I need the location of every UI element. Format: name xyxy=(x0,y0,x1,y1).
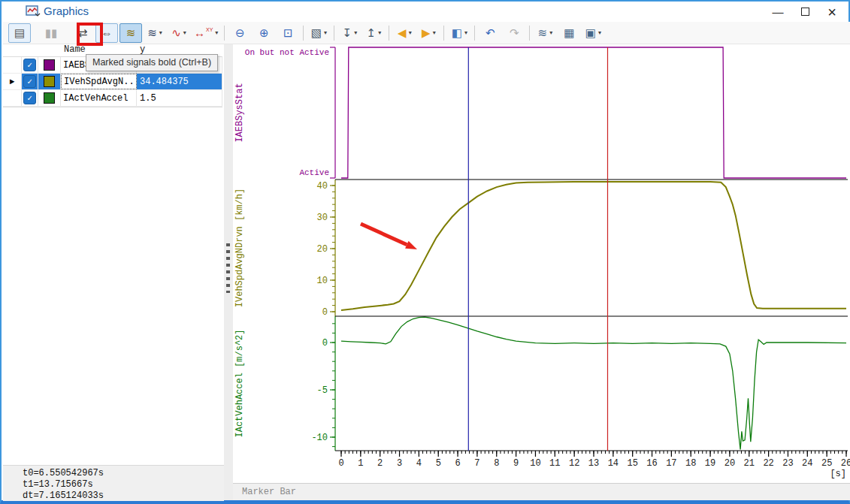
title-bar: Graphics — × xyxy=(2,2,848,22)
panel-layout-icon: ◧ xyxy=(452,27,462,38)
fit-horizontal-icon: ⇄ xyxy=(78,27,88,38)
marker-info-box: t0=6.550542967s t1=13.715667s dt=7.16512… xyxy=(3,465,224,501)
stacked-signals-button[interactable]: ≋▾ xyxy=(534,23,556,43)
svg-text:20: 20 xyxy=(317,244,328,255)
maximize-icon xyxy=(801,8,809,16)
chevron-down-icon: ▾ xyxy=(598,29,601,36)
export-graphics-button[interactable]: ▦ xyxy=(558,23,580,43)
fit-markers-icon: ⇔ xyxy=(101,27,113,38)
signal-curve-IAEBSysStat xyxy=(341,47,846,178)
row-selector-gutter[interactable] xyxy=(3,57,22,73)
snap-cursor-down-button[interactable]: ↧▾ xyxy=(338,23,361,43)
scale-axes-xy-button[interactable]: ↔XY▾ xyxy=(192,23,220,43)
svg-text:IActVehAccel [m/s^2]: IActVehAccel [m/s^2] xyxy=(234,329,245,437)
chevron-down-icon: ▾ xyxy=(183,29,186,36)
zoom-out-icon: ⊖ xyxy=(235,27,245,38)
signal-visibility-cell: ✓ xyxy=(22,74,38,89)
chart-canvas[interactable]: On but not ActiveActiveIAEBSysStat010203… xyxy=(233,45,850,482)
chart-panel-IAEBSysStat: On but not ActiveActiveIAEBSysStat xyxy=(234,47,846,178)
undo-button[interactable]: ↶ xyxy=(479,23,501,43)
chart-area: On but not ActiveActiveIAEBSysStat010203… xyxy=(233,44,850,500)
close-icon: × xyxy=(827,8,836,16)
next-marker-button[interactable]: ▶▾ xyxy=(417,23,440,43)
zoom-region-button[interactable]: ⊡ xyxy=(277,23,299,43)
wave-down-arrow-icon: ↧ xyxy=(343,27,352,38)
row-selector-gutter[interactable]: ► xyxy=(3,74,22,89)
layout-panels-button[interactable]: ◧▾ xyxy=(448,23,470,43)
signal-y-value-cell[interactable]: 1.5 xyxy=(137,90,222,106)
signal-y-value-cell[interactable]: 34.484375 xyxy=(137,74,222,89)
maximize-button[interactable] xyxy=(791,2,818,22)
xy-arrows-icon-label: XY xyxy=(206,27,213,32)
svg-text:19: 19 xyxy=(705,458,715,469)
checkmark-icon: ✓ xyxy=(27,60,32,70)
signal-list-icon: ▤ xyxy=(14,27,25,38)
chart-panel-IVehSpdAvgNDrvn: 010203040IVehSpdAvgNDrvn [km/h] xyxy=(234,180,846,318)
toolbar-separator xyxy=(389,26,389,41)
zoom-region-icon: ⊡ xyxy=(283,27,293,38)
show-signal-list-button[interactable]: ▤ xyxy=(8,23,31,43)
chevron-down-icon: ▾ xyxy=(324,29,327,36)
zoom-in-button[interactable]: ⊕ xyxy=(253,23,275,43)
svg-text:-5: -5 xyxy=(317,385,328,396)
svg-text:8: 8 xyxy=(494,458,499,469)
signal-name-cell[interactable]: IActVehAccel xyxy=(61,90,137,106)
toolbar-separator xyxy=(443,26,444,41)
toolbar-separator xyxy=(303,26,304,41)
signal-curve-IVehSpdAvgNDrvn xyxy=(341,182,846,310)
svg-text:21: 21 xyxy=(744,458,755,469)
svg-text:6: 6 xyxy=(455,458,460,469)
marker-bar[interactable]: Marker Bar xyxy=(233,483,850,500)
row-selector-gutter[interactable] xyxy=(3,90,22,106)
zoom-out-button[interactable]: ⊖ xyxy=(228,23,251,43)
signal-color-cell xyxy=(38,57,61,73)
chevron-down-icon: ▾ xyxy=(378,29,381,36)
arrow-left-icon: ◀ xyxy=(398,27,407,38)
svg-text:4: 4 xyxy=(416,458,422,469)
window-title: Graphics xyxy=(44,5,89,17)
svg-text:3: 3 xyxy=(397,458,402,469)
signal-name-cell[interactable]: IVehSpdAvgN... xyxy=(61,74,137,89)
undo-icon: ↶ xyxy=(485,27,495,38)
signal-visible-checkbox[interactable]: ✓ xyxy=(23,92,36,104)
xy-arrows-icon: ↔ xyxy=(194,27,205,38)
svg-text:17: 17 xyxy=(666,458,676,469)
svg-text:18: 18 xyxy=(685,458,696,469)
svg-text:40: 40 xyxy=(317,181,328,192)
table-row[interactable]: ►✓IVehSpdAvgN...34.484375 xyxy=(3,74,222,90)
fit-x-markers-button[interactable]: ⇔ xyxy=(95,23,118,43)
signal-visible-checkbox[interactable]: ✓ xyxy=(23,59,36,71)
marked-signals-bold-button[interactable]: ≋ xyxy=(119,23,142,43)
svg-text:On but not Active: On but not Active xyxy=(245,48,329,57)
sine-wave-icon: ∿ xyxy=(171,27,181,38)
previous-marker-button[interactable]: ◀▾ xyxy=(393,23,416,43)
panel-splitter[interactable] xyxy=(224,44,233,500)
display-mode-button[interactable]: ≋▾ xyxy=(144,23,166,43)
curve-style-button[interactable]: ∿▾ xyxy=(168,23,190,43)
svg-text:26: 26 xyxy=(841,458,850,469)
svg-text:0: 0 xyxy=(322,307,328,318)
svg-text:7: 7 xyxy=(474,458,479,469)
signal-visible-checkbox[interactable]: ✓ xyxy=(23,75,36,88)
svg-text:0: 0 xyxy=(338,458,343,469)
app-chart-icon xyxy=(26,5,41,18)
minimize-icon: — xyxy=(773,5,784,18)
close-button[interactable]: × xyxy=(818,2,845,22)
signal-color-swatch[interactable] xyxy=(44,92,55,104)
svg-text:5: 5 xyxy=(436,458,441,469)
signal-color-swatch[interactable] xyxy=(44,59,55,71)
new-signal-window-button[interactable]: ▣▾ xyxy=(582,23,604,43)
table-row[interactable]: ✓IActVehAccel1.5 xyxy=(3,90,222,107)
svg-text:13: 13 xyxy=(588,458,599,469)
svg-text:25: 25 xyxy=(821,458,832,469)
selection-wave-icon: ▧ xyxy=(311,27,322,38)
signal-list-panel: Name y ✓IAEBSysStat►✓IVehSpdAvgN...34.48… xyxy=(3,44,224,500)
signal-color-swatch[interactable] xyxy=(44,76,55,87)
marker-t0-value: t0=6.550542967s xyxy=(3,466,224,479)
svg-text:-10: -10 xyxy=(311,433,328,443)
snap-cursor-up-button[interactable]: ↥▾ xyxy=(362,23,385,43)
minimize-button[interactable]: — xyxy=(764,2,791,22)
zoom-selection-button[interactable]: ▧▾ xyxy=(307,23,330,43)
redo-icon: ↷ xyxy=(510,27,519,38)
fit-x-visible-button[interactable]: ⇄ xyxy=(71,23,94,43)
